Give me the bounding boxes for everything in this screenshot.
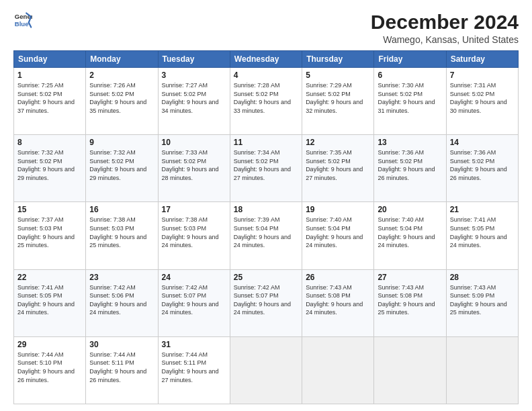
day-info: Sunrise: 7:44 AMSunset: 5:11 PMDaylight:…: [89, 351, 146, 383]
day-info: Sunrise: 7:28 AMSunset: 5:02 PMDaylight:…: [234, 82, 291, 114]
table-row: 2Sunrise: 7:26 AMSunset: 5:02 PMDaylight…: [86, 68, 158, 135]
day-info: Sunrise: 7:25 AMSunset: 5:02 PMDaylight:…: [17, 82, 75, 114]
table-row: 26Sunrise: 7:43 AMSunset: 5:08 PMDayligh…: [302, 269, 374, 336]
day-info: Sunrise: 7:40 AMSunset: 5:04 PMDaylight:…: [306, 216, 363, 248]
table-row: 25Sunrise: 7:42 AMSunset: 5:07 PMDayligh…: [230, 269, 302, 336]
day-info: Sunrise: 7:38 AMSunset: 5:03 PMDaylight:…: [89, 216, 146, 248]
day-info: Sunrise: 7:32 AMSunset: 5:02 PMDaylight:…: [89, 149, 146, 181]
table-row: 10Sunrise: 7:33 AMSunset: 5:02 PMDayligh…: [158, 135, 230, 202]
table-row: 9Sunrise: 7:32 AMSunset: 5:02 PMDaylight…: [86, 135, 158, 202]
day-number: 27: [378, 273, 442, 282]
logo-icon: General Blue: [13, 11, 32, 30]
day-info: Sunrise: 7:37 AMSunset: 5:03 PMDaylight:…: [17, 216, 75, 248]
day-number: 12: [306, 138, 370, 147]
day-number: 22: [17, 273, 82, 282]
table-row: 4Sunrise: 7:28 AMSunset: 5:02 PMDaylight…: [230, 68, 302, 135]
day-number: 2: [89, 71, 154, 80]
table-row: 31Sunrise: 7:44 AMSunset: 5:11 PMDayligh…: [158, 336, 230, 404]
table-row: 24Sunrise: 7:42 AMSunset: 5:07 PMDayligh…: [158, 269, 230, 336]
table-row: 5Sunrise: 7:29 AMSunset: 5:02 PMDaylight…: [302, 68, 374, 135]
subtitle: Wamego, Kansas, United States: [371, 34, 519, 45]
day-info: Sunrise: 7:43 AMSunset: 5:08 PMDaylight:…: [306, 284, 363, 316]
calendar-week-row: 15Sunrise: 7:37 AMSunset: 5:03 PMDayligh…: [14, 202, 519, 269]
page: General Blue General Blue December 2024 …: [0, 0, 532, 411]
day-number: 3: [162, 71, 226, 80]
table-row: [374, 336, 446, 404]
calendar-week-row: 1Sunrise: 7:25 AMSunset: 5:02 PMDaylight…: [14, 68, 519, 135]
main-title: December 2024: [371, 11, 519, 33]
day-info: Sunrise: 7:34 AMSunset: 5:02 PMDaylight:…: [234, 149, 291, 181]
day-info: Sunrise: 7:36 AMSunset: 5:02 PMDaylight:…: [450, 149, 507, 181]
day-info: Sunrise: 7:43 AMSunset: 5:08 PMDaylight:…: [378, 284, 435, 316]
table-row: 11Sunrise: 7:34 AMSunset: 5:02 PMDayligh…: [230, 135, 302, 202]
day-number: 15: [17, 205, 82, 214]
table-row: 16Sunrise: 7:38 AMSunset: 5:03 PMDayligh…: [86, 202, 158, 269]
calendar-week-row: 29Sunrise: 7:44 AMSunset: 5:10 PMDayligh…: [14, 336, 519, 404]
col-tuesday: Tuesday: [158, 51, 230, 68]
day-number: 17: [162, 205, 226, 214]
table-row: 23Sunrise: 7:42 AMSunset: 5:06 PMDayligh…: [86, 269, 158, 336]
day-info: Sunrise: 7:41 AMSunset: 5:05 PMDaylight:…: [450, 216, 507, 248]
day-number: 30: [89, 340, 154, 349]
day-info: Sunrise: 7:42 AMSunset: 5:07 PMDaylight:…: [234, 284, 291, 316]
day-info: Sunrise: 7:32 AMSunset: 5:02 PMDaylight:…: [17, 149, 75, 181]
col-friday: Friday: [374, 51, 446, 68]
table-row: 6Sunrise: 7:30 AMSunset: 5:02 PMDaylight…: [374, 68, 446, 135]
day-number: 18: [234, 205, 298, 214]
day-number: 25: [234, 273, 298, 282]
table-row: 12Sunrise: 7:35 AMSunset: 5:02 PMDayligh…: [302, 135, 374, 202]
col-saturday: Saturday: [446, 51, 518, 68]
day-info: Sunrise: 7:26 AMSunset: 5:02 PMDaylight:…: [89, 82, 146, 114]
col-wednesday: Wednesday: [230, 51, 302, 68]
day-info: Sunrise: 7:38 AMSunset: 5:03 PMDaylight:…: [162, 216, 219, 248]
day-info: Sunrise: 7:31 AMSunset: 5:02 PMDaylight:…: [450, 82, 507, 114]
day-number: 7: [450, 71, 515, 80]
table-row: 1Sunrise: 7:25 AMSunset: 5:02 PMDaylight…: [14, 68, 86, 135]
table-row: 27Sunrise: 7:43 AMSunset: 5:08 PMDayligh…: [374, 269, 446, 336]
day-number: 31: [162, 340, 226, 349]
table-row: 14Sunrise: 7:36 AMSunset: 5:02 PMDayligh…: [446, 135, 518, 202]
day-info: Sunrise: 7:33 AMSunset: 5:02 PMDaylight:…: [162, 149, 219, 181]
col-sunday: Sunday: [14, 51, 86, 68]
day-number: 23: [89, 273, 154, 282]
day-number: 26: [306, 273, 370, 282]
title-block: December 2024 Wamego, Kansas, United Sta…: [371, 11, 519, 45]
table-row: 30Sunrise: 7:44 AMSunset: 5:11 PMDayligh…: [86, 336, 158, 404]
table-row: 3Sunrise: 7:27 AMSunset: 5:02 PMDaylight…: [158, 68, 230, 135]
day-number: 11: [234, 138, 298, 147]
day-number: 5: [306, 71, 370, 80]
table-row: 8Sunrise: 7:32 AMSunset: 5:02 PMDaylight…: [14, 135, 86, 202]
day-info: Sunrise: 7:27 AMSunset: 5:02 PMDaylight:…: [162, 82, 219, 114]
table-row: 19Sunrise: 7:40 AMSunset: 5:04 PMDayligh…: [302, 202, 374, 269]
day-info: Sunrise: 7:44 AMSunset: 5:11 PMDaylight:…: [162, 351, 219, 383]
day-info: Sunrise: 7:42 AMSunset: 5:07 PMDaylight:…: [162, 284, 219, 316]
table-row: [230, 336, 302, 404]
table-row: 28Sunrise: 7:43 AMSunset: 5:09 PMDayligh…: [446, 269, 518, 336]
day-number: 8: [17, 138, 82, 147]
col-monday: Monday: [86, 51, 158, 68]
day-number: 14: [450, 138, 515, 147]
day-number: 19: [306, 205, 370, 214]
calendar-week-row: 8Sunrise: 7:32 AMSunset: 5:02 PMDaylight…: [14, 135, 519, 202]
day-number: 1: [17, 71, 82, 80]
day-number: 21: [450, 205, 515, 214]
table-row: 21Sunrise: 7:41 AMSunset: 5:05 PMDayligh…: [446, 202, 518, 269]
header: General Blue General Blue December 2024 …: [13, 11, 519, 45]
day-info: Sunrise: 7:42 AMSunset: 5:06 PMDaylight:…: [89, 284, 146, 316]
day-number: 16: [89, 205, 154, 214]
day-info: Sunrise: 7:41 AMSunset: 5:05 PMDaylight:…: [17, 284, 75, 316]
svg-text:Blue: Blue: [15, 20, 29, 28]
day-number: 28: [450, 273, 515, 282]
calendar-table: Sunday Monday Tuesday Wednesday Thursday…: [13, 50, 519, 404]
table-row: 22Sunrise: 7:41 AMSunset: 5:05 PMDayligh…: [14, 269, 86, 336]
table-row: [302, 336, 374, 404]
day-info: Sunrise: 7:29 AMSunset: 5:02 PMDaylight:…: [306, 82, 363, 114]
table-row: 20Sunrise: 7:40 AMSunset: 5:04 PMDayligh…: [374, 202, 446, 269]
day-info: Sunrise: 7:40 AMSunset: 5:04 PMDaylight:…: [378, 216, 435, 248]
table-row: 13Sunrise: 7:36 AMSunset: 5:02 PMDayligh…: [374, 135, 446, 202]
day-info: Sunrise: 7:35 AMSunset: 5:02 PMDaylight:…: [306, 149, 363, 181]
day-number: 24: [162, 273, 226, 282]
day-number: 13: [378, 138, 442, 147]
calendar-header-row: Sunday Monday Tuesday Wednesday Thursday…: [14, 51, 519, 68]
day-number: 4: [234, 71, 298, 80]
